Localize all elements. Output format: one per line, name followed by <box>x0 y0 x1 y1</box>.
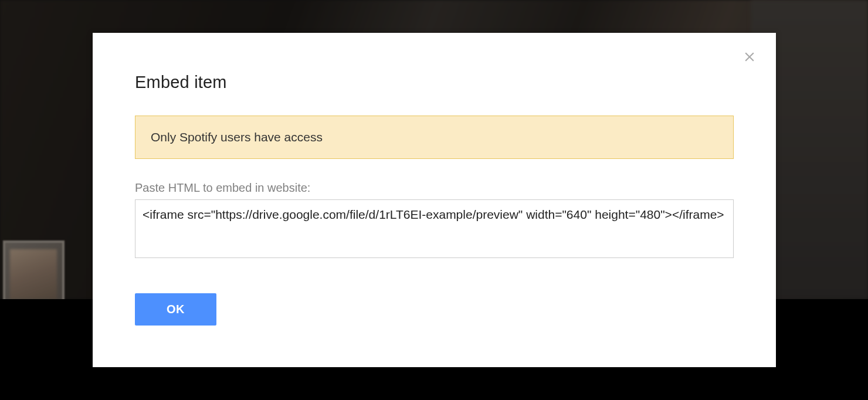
dialog-title: Embed item <box>135 73 734 92</box>
embed-code-label: Paste HTML to embed in website: <box>135 181 734 195</box>
close-icon <box>742 49 757 65</box>
access-notice-text: Only Spotify users have access <box>151 130 323 144</box>
embed-code-textarea[interactable] <box>135 199 734 258</box>
access-notice: Only Spotify users have access <box>135 116 734 159</box>
close-button[interactable] <box>742 49 757 65</box>
embed-item-dialog: Embed item Only Spotify users have acces… <box>93 33 776 367</box>
ok-button[interactable]: OK <box>135 293 216 326</box>
